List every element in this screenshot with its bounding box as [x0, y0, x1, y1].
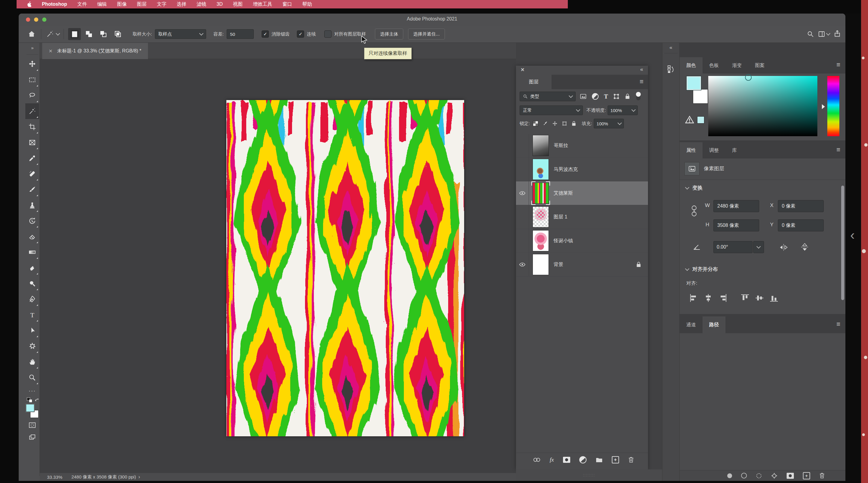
history-panel-icon[interactable]: [662, 56, 679, 74]
new-group-icon[interactable]: [595, 457, 603, 463]
opacity-select[interactable]: 100%: [608, 105, 638, 115]
filter-shape-layers-icon[interactable]: [613, 93, 619, 99]
intersect-selection-mode-button[interactable]: [112, 28, 124, 40]
hue-slider[interactable]: [827, 76, 839, 136]
visibility-toggle[interactable]: [516, 158, 529, 181]
close-tab-icon[interactable]: ×: [49, 47, 53, 55]
menu-item-photoshop[interactable]: Photoshop: [42, 1, 67, 7]
layer-row-gesila[interactable]: 哥斯拉: [516, 134, 648, 158]
align-right-edges-icon[interactable]: [718, 293, 727, 302]
layer-row-background[interactable]: 背景: [516, 253, 648, 277]
delete-path-icon[interactable]: [819, 473, 825, 479]
path-selection-tool[interactable]: [25, 323, 39, 339]
zoom-tool[interactable]: [25, 370, 39, 385]
layer-effects-icon[interactable]: fx: [550, 456, 554, 463]
menu-item-window[interactable]: 窗口: [282, 1, 292, 7]
eraser-tool[interactable]: [25, 229, 39, 244]
filter-smart-objects-icon[interactable]: [625, 93, 630, 99]
link-dimensions-icon[interactable]: [691, 204, 697, 219]
gradient-tool[interactable]: [25, 244, 39, 260]
layer-row-bojack[interactable]: 马男波杰克: [516, 158, 648, 182]
crop-tool[interactable]: [25, 119, 39, 135]
panel-menu-icon[interactable]: ≡: [640, 78, 643, 86]
history-brush-tool[interactable]: [25, 213, 39, 229]
close-panel-icon[interactable]: ×: [521, 66, 524, 73]
layer-row-gravity-falls[interactable]: 怪诞小镇: [516, 229, 648, 253]
lasso-tool[interactable]: [25, 88, 39, 103]
hand-tool[interactable]: [25, 354, 39, 370]
flip-vertical-icon[interactable]: [800, 243, 809, 251]
menu-item-layer[interactable]: 图层: [137, 1, 147, 7]
tolerance-input[interactable]: 50: [227, 29, 254, 39]
layer-thumbnail[interactable]: [532, 254, 549, 275]
brush-tool[interactable]: [25, 182, 39, 197]
eyedropper-tool[interactable]: [25, 150, 39, 166]
tab-properties[interactable]: 属性: [680, 142, 703, 159]
frame-tool[interactable]: [25, 135, 39, 150]
delete-layer-icon[interactable]: [628, 456, 634, 463]
section-collapse-icon[interactable]: [685, 185, 689, 189]
adjustment-layer-icon[interactable]: [579, 456, 587, 463]
screen-mode-button[interactable]: [25, 431, 39, 443]
fill-path-icon[interactable]: [727, 473, 732, 478]
angle-dropdown[interactable]: [753, 241, 764, 253]
foreground-color-swatch[interactable]: [26, 404, 34, 412]
filter-adjustment-layers-icon[interactable]: [592, 93, 598, 100]
type-tool[interactable]: T: [25, 307, 39, 323]
layer-row-atlas-selected[interactable]: 艾德莱斯: [516, 182, 648, 205]
blend-mode-select[interactable]: 正常: [520, 105, 583, 115]
move-tool[interactable]: [25, 56, 39, 72]
menu-item-3d[interactable]: 3D: [217, 1, 223, 7]
anti-alias-checkbox[interactable]: ✓: [261, 30, 269, 38]
gamut-safe-color-chip[interactable]: [697, 116, 704, 124]
share-button[interactable]: [833, 30, 841, 39]
height-field[interactable]: 3508 像素: [713, 219, 759, 231]
stroke-path-icon[interactable]: [741, 473, 747, 479]
saturation-brightness-field[interactable]: [708, 76, 817, 136]
back-chevron-icon[interactable]: ‹: [850, 227, 855, 243]
pen-tool[interactable]: [25, 291, 39, 307]
smudge-tool[interactable]: [25, 260, 39, 276]
layer-thumbnail[interactable]: [532, 230, 549, 251]
tab-gradients[interactable]: 渐变: [725, 57, 748, 73]
contiguous-checkbox[interactable]: ✓: [297, 30, 304, 38]
lock-position-icon[interactable]: [552, 121, 558, 126]
menu-item-file[interactable]: 文件: [78, 1, 87, 7]
status-chevron-icon[interactable]: ›: [138, 474, 140, 480]
new-layer-icon[interactable]: +: [612, 456, 619, 463]
menu-item-edit[interactable]: 编辑: [97, 1, 107, 7]
align-horizontal-centers-icon[interactable]: [704, 293, 713, 302]
link-layers-icon[interactable]: [533, 457, 541, 462]
visibility-toggle[interactable]: [516, 182, 529, 205]
canvas-image[interactable]: [226, 100, 464, 436]
tab-swatches[interactable]: 色板: [703, 57, 725, 73]
lock-transparency-icon[interactable]: [533, 121, 538, 126]
menu-item-type[interactable]: 文字: [157, 1, 167, 7]
filter-pixel-layers-icon[interactable]: [580, 93, 587, 99]
visibility-toggle[interactable]: [516, 205, 529, 229]
lock-artboard-icon[interactable]: [562, 121, 567, 126]
default-colors-button[interactable]: [27, 397, 32, 402]
tab-layers[interactable]: 图层: [516, 75, 552, 89]
panel-scrollbar[interactable]: [841, 186, 844, 300]
apple-menu[interactable]: [27, 1, 32, 7]
tab-libraries[interactable]: 库: [725, 142, 744, 159]
spot-healing-brush-tool[interactable]: [25, 166, 39, 182]
align-vertical-centers-icon[interactable]: [755, 293, 764, 302]
swap-colors-button[interactable]: [34, 397, 39, 402]
lock-pixels-icon[interactable]: [542, 121, 548, 126]
tab-adjustments[interactable]: 调整: [703, 142, 725, 159]
magic-wand-tool[interactable]: [25, 103, 39, 119]
foreground-color-swatch[interactable]: [686, 76, 701, 90]
search-button[interactable]: [807, 30, 814, 39]
filter-toggle[interactable]: [636, 92, 642, 101]
add-selection-mode-button[interactable]: [83, 28, 95, 40]
background-color-swatch[interactable]: [693, 89, 708, 104]
layer-row-layer1[interactable]: 图层 1: [516, 205, 648, 229]
sample-all-layers-checkbox[interactable]: [324, 30, 332, 38]
new-selection-mode-button[interactable]: [68, 28, 81, 40]
custom-shape-tool[interactable]: [25, 339, 39, 354]
filter-type-layers-icon[interactable]: T: [604, 93, 608, 100]
fill-select[interactable]: 100%: [594, 119, 624, 128]
select-subject-button[interactable]: 选择主体: [375, 29, 403, 39]
